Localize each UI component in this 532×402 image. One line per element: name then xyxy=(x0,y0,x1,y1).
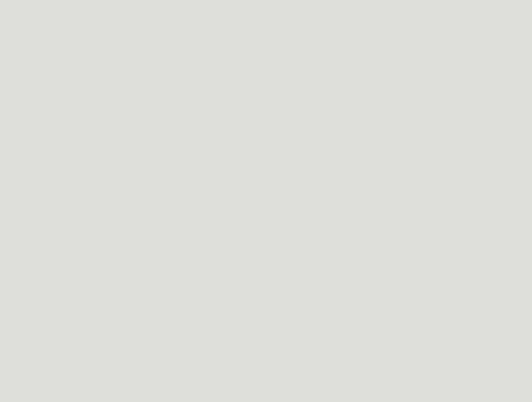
plot-window xyxy=(0,0,532,402)
plot-canvas xyxy=(0,0,532,402)
